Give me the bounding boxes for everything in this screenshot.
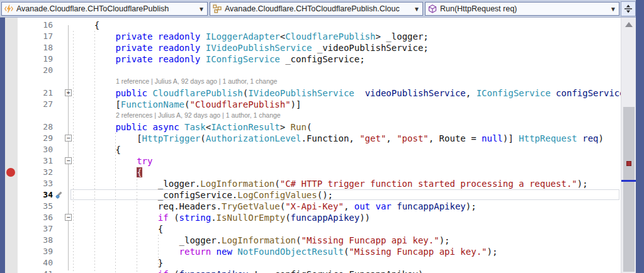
code-line[interactable]: 38 _logger.LogInformation("Missing Funca…	[0, 235, 621, 246]
scrollbar-up-arrow-icon[interactable]	[625, 22, 633, 27]
codelens-row: 1 reference | Julius A, 92 days ago | 1 …	[0, 76, 621, 87]
navigation-bar: Avanade.Cloudflare.CHToCloudflarePublish…	[0, 0, 644, 18]
project-dropdown[interactable]: Avanade.Cloudflare.CHToCloudflarePublish…	[1, 2, 208, 16]
code-line[interactable]: 33 _logger.LogInformation("C# HTTP trigg…	[0, 178, 621, 189]
line-number[interactable]: 20	[19, 65, 53, 76]
code-text[interactable]: _configService.LogConfigValues();	[73, 189, 333, 201]
line-number[interactable]: 33	[19, 178, 53, 189]
method-dropdown-label: Run(HttpRequest req)	[440, 4, 607, 13]
codelens-row: 2 references | Julius A, 92 days ago | 1…	[0, 110, 621, 121]
code-text[interactable]: if (funcappApikey != _configService.Func…	[73, 269, 423, 273]
split-editor-handle[interactable]	[621, 1, 636, 16]
scrollbar-breakpoint-marker	[626, 161, 631, 166]
scrollbar-caret-marker	[621, 180, 636, 182]
code-text[interactable]: }	[73, 257, 163, 269]
codelens-info[interactable]: 1 reference | Julius A, 92 days ago | 1 …	[116, 77, 277, 85]
line-number[interactable]: 34	[19, 189, 53, 201]
code-line[interactable]: 31− try	[0, 155, 621, 167]
code-text[interactable]: [HttpTrigger(AuthorizationLevel.Function…	[73, 133, 604, 144]
code-line[interactable]: 16 {	[0, 20, 621, 31]
code-text[interactable]: return new NotFoundObjectResult("Missing…	[73, 246, 497, 257]
class-dropdown-label: Avanade.Cloudflare.CHToCloudflarePublish…	[225, 4, 411, 13]
codelens-info[interactable]: 2 references | Julius A, 92 days ago | 1…	[116, 111, 281, 119]
visual-studio-editor-window: Avanade.Cloudflare.CHToCloudflarePublish…	[0, 0, 644, 273]
code-line[interactable]: 39 return new NotFoundObjectResult("Miss…	[0, 246, 621, 257]
line-number[interactable]: 16	[19, 20, 53, 31]
line-number[interactable]: 37	[19, 223, 53, 235]
line-number[interactable]: 39	[19, 246, 53, 257]
line-number[interactable]: 27	[19, 99, 53, 110]
code-line[interactable]: 34 _configService.LogConfigValues();	[0, 189, 621, 201]
code-rows: 16 {17 private readonly ILoggerAdapter<C…	[0, 20, 621, 273]
code-text[interactable]: if (string.IsNullOrEmpty(funcappApikey))	[73, 212, 370, 223]
code-editor: 16 {17 private readonly ILoggerAdapter<C…	[0, 18, 644, 273]
collapse-region-box[interactable]: −	[65, 157, 72, 164]
line-number[interactable]: 17	[19, 31, 53, 42]
code-text[interactable]: private readonly ILoggerAdapter<Cloudfla…	[73, 31, 429, 42]
line-number[interactable]: 36	[19, 212, 53, 223]
code-line[interactable]: 19 private readonly IConfigService _conf…	[0, 53, 621, 65]
azure-function-icon	[4, 4, 13, 13]
code-line[interactable]: 29− [HttpTrigger(AuthorizationLevel.Func…	[0, 133, 621, 144]
line-number[interactable]: 19	[19, 53, 53, 65]
line-number[interactable]: 35	[19, 201, 53, 212]
line-number[interactable]: 41	[19, 269, 53, 273]
line-number[interactable]: 38	[19, 235, 53, 246]
line-number[interactable]: 28	[19, 121, 53, 133]
line-number[interactable]: 31	[19, 155, 53, 167]
code-line[interactable]: 27 [FunctionName("CloudflarePublish")]	[0, 99, 621, 110]
breakpoint-indicator[interactable]	[6, 168, 15, 177]
code-line[interactable]: 36− if (string.IsNullOrEmpty(funcappApik…	[0, 212, 621, 223]
line-number[interactable]: 30	[19, 144, 53, 155]
collapse-region-box[interactable]: −	[65, 214, 72, 221]
window-border-right	[636, 0, 644, 273]
chevron-down-icon: ▼	[610, 6, 616, 13]
code-text[interactable]: {	[73, 20, 99, 31]
split-icon	[623, 4, 633, 14]
method-dropdown[interactable]: Run(HttpRequest req) ▼	[425, 2, 619, 16]
line-number[interactable]: 18	[19, 42, 53, 53]
code-text[interactable]: {	[73, 144, 121, 155]
chevron-down-icon: ▼	[414, 6, 420, 13]
line-number[interactable]: 32	[19, 167, 53, 178]
code-line[interactable]: 30 {	[0, 144, 621, 155]
chevron-down-icon: ▼	[198, 6, 205, 13]
code-line[interactable]: 21+ public CloudflarePublish(IVideoPubli…	[0, 87, 621, 99]
line-number[interactable]: 29	[19, 133, 53, 144]
code-line[interactable]: 35 req.Headers.TryGetValue("X-Api-Key", …	[0, 201, 621, 212]
method-icon	[428, 4, 437, 13]
code-text[interactable]: {	[73, 167, 142, 178]
line-number[interactable]: 40	[19, 257, 53, 269]
expand-region-box[interactable]: +	[65, 89, 72, 96]
code-text[interactable]: private readonly IVideoPublishService _v…	[73, 42, 429, 53]
code-text[interactable]: private readonly IConfigService _configS…	[73, 53, 365, 65]
code-text[interactable]: try	[73, 155, 152, 167]
code-line[interactable]: 17 private readonly ILoggerAdapter<Cloud…	[0, 31, 621, 42]
code-text[interactable]: {	[73, 223, 163, 235]
vertical-scrollbar[interactable]	[621, 18, 636, 273]
code-text[interactable]: public async Task<IActionResult> Run(	[73, 121, 312, 133]
quick-actions-screwdriver-icon[interactable]	[55, 191, 64, 199]
class-dropdown[interactable]: Avanade.Cloudflare.CHToCloudflarePublish…	[210, 2, 423, 16]
code-line[interactable]: 18 private readonly IVideoPublishService…	[0, 42, 621, 53]
code-line[interactable]: 28 public async Task<IActionResult> Run(	[0, 121, 621, 133]
code-line[interactable]: 41 if (funcappApikey != _configService.F…	[0, 269, 621, 273]
code-text[interactable]: _logger.LogInformation("C# HTTP trigger …	[73, 178, 588, 189]
code-line[interactable]: 20	[0, 65, 621, 76]
collapse-region-box[interactable]: −	[65, 135, 72, 142]
code-line[interactable]: 32 {	[0, 167, 621, 178]
line-number[interactable]: 21	[19, 87, 53, 99]
project-dropdown-label: Avanade.Cloudflare.CHToCloudflarePublish	[16, 4, 196, 13]
code-line[interactable]: 37 {	[0, 223, 621, 235]
scrollbar-thumb[interactable]	[623, 107, 635, 272]
code-text[interactable]: [FunctionName("CloudflarePublish")]	[73, 99, 301, 110]
code-line[interactable]: 40 }	[0, 257, 621, 269]
class-icon	[213, 4, 222, 13]
code-text[interactable]: public CloudflarePublish(IVideoPublishSe…	[73, 87, 621, 99]
code-text[interactable]: _logger.LogInformation("Missing Funcapp …	[73, 235, 449, 246]
code-text[interactable]: req.Headers.TryGetValue("X-Api-Key", out…	[73, 201, 477, 212]
